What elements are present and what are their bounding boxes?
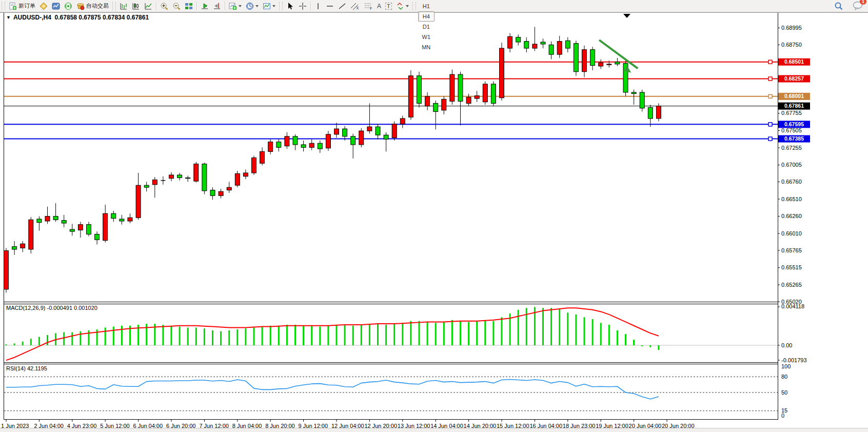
- candlestick-icon: [132, 2, 140, 10]
- time-label: 5 Jun 12:00: [100, 423, 130, 428]
- candle: [194, 164, 199, 182]
- candlestick-mode-button[interactable]: [130, 1, 142, 12]
- macd-histogram-bar: [303, 326, 304, 345]
- new-order-button[interactable]: 新订单: [7, 1, 37, 12]
- price-badge-label: 0.67385: [784, 135, 804, 142]
- time-label: 20 Jun 20:00: [662, 423, 695, 428]
- candle: [293, 136, 298, 145]
- cursor-tool-button[interactable]: [284, 1, 297, 12]
- candle: [648, 107, 653, 118]
- level-handle[interactable]: [768, 77, 772, 81]
- macd-histogram-bar: [460, 321, 461, 345]
- macd-histogram-bar: [327, 326, 329, 345]
- toolbar-grip[interactable]: [279, 2, 283, 10]
- toolbar-grip[interactable]: [2, 2, 5, 10]
- time-label: 7 Jun 12:00: [199, 423, 229, 428]
- macd-histogram-bar: [47, 335, 48, 345]
- price-badge-label: 0.67595: [784, 121, 804, 127]
- chart-shift-button[interactable]: [211, 1, 223, 12]
- chat-icon: [853, 5, 863, 11]
- svg-text:F: F: [370, 7, 372, 10]
- macd-histogram-bar: [658, 345, 659, 350]
- periods-button[interactable]: [244, 1, 261, 12]
- candle: [417, 76, 422, 104]
- macd-histogram-bar: [286, 325, 288, 345]
- chart-canvas[interactable]: 0.689950.687500.677550.675050.672550.670…: [0, 12, 868, 428]
- auto-scroll-button[interactable]: [199, 1, 211, 12]
- collapse-triangle-icon[interactable]: ▼: [6, 15, 11, 20]
- timeframe-h1[interactable]: H1: [418, 1, 435, 11]
- level-handle[interactable]: [768, 94, 772, 98]
- rsi-tick-label: 0: [781, 413, 784, 419]
- metaeditor-button[interactable]: [37, 1, 50, 12]
- text-tool-button[interactable]: A: [375, 1, 383, 12]
- level-handle[interactable]: [768, 137, 772, 141]
- svg-text:E: E: [357, 6, 359, 10]
- price-tick-label: 0.67755: [781, 110, 802, 116]
- macd-histogram-bar: [361, 325, 362, 345]
- metaeditor-icon: [40, 2, 48, 10]
- vertical-line-tool-button[interactable]: [312, 1, 324, 12]
- macd-histogram-bar: [278, 326, 280, 345]
- zoom-in-button[interactable]: [158, 1, 170, 12]
- timeframe-h4[interactable]: H4: [418, 11, 435, 22]
- toolbar-grip[interactable]: [412, 2, 416, 10]
- toolbar-grip[interactable]: [112, 2, 116, 10]
- level-handle[interactable]: [768, 123, 772, 126]
- price-tick-label: 0.65515: [781, 264, 802, 270]
- candle: [12, 247, 17, 249]
- macd-histogram-bar: [71, 332, 73, 345]
- market-watch-button[interactable]: [50, 1, 62, 12]
- chat-button[interactable]: 1: [853, 1, 863, 11]
- templates-button[interactable]: [261, 1, 278, 12]
- crosshair-tool-button[interactable]: [297, 1, 309, 12]
- zoom-out-button[interactable]: [170, 1, 183, 12]
- macd-histogram-bar: [641, 345, 643, 346]
- candle: [260, 151, 265, 163]
- auto-trading-button[interactable]: 自动交易: [74, 1, 111, 12]
- tile-windows-button[interactable]: [183, 1, 195, 12]
- mt4-window: 新订单: [0, 0, 868, 432]
- macd-histogram-bar: [336, 325, 338, 345]
- candle: [87, 225, 91, 234]
- macd-histogram-bar: [443, 322, 445, 345]
- timeframe-w1[interactable]: W1: [418, 32, 435, 42]
- fibonacci-tool-button[interactable]: F: [362, 1, 375, 12]
- macd-histogram-bar: [113, 327, 114, 345]
- price-tick-label: 0.66010: [781, 230, 802, 237]
- candle: [4, 251, 9, 289]
- toolbar-separator: [310, 2, 311, 10]
- text-label-tool-button[interactable]: T: [383, 1, 394, 12]
- candle: [491, 84, 496, 104]
- candle: [458, 74, 463, 101]
- level-handle[interactable]: [768, 60, 772, 64]
- macd-histogram-bar: [352, 326, 354, 345]
- zoom-out-icon: [172, 2, 181, 10]
- macd-tick-label: 0.004118: [781, 303, 804, 309]
- timeframe-mn[interactable]: MN: [418, 42, 435, 52]
- macd-histogram-bar: [38, 337, 40, 345]
- candle: [433, 103, 438, 111]
- price-tick-label: 0.65765: [781, 247, 802, 253]
- time-label: 20 Jun 04:00: [629, 423, 662, 428]
- candle: [243, 173, 248, 176]
- bar-chart-mode-button[interactable]: [117, 1, 130, 12]
- candle: [565, 41, 570, 48]
- line-chart-mode-button[interactable]: [142, 1, 154, 12]
- dropdown-caret: [255, 5, 259, 7]
- macd-histogram-bar: [492, 321, 494, 345]
- arrows-tool-button[interactable]: [394, 1, 411, 12]
- candle: [45, 217, 50, 221]
- candle: [334, 129, 339, 134]
- trendline-tool-button[interactable]: [336, 1, 348, 12]
- timeframe-d1[interactable]: D1: [418, 22, 435, 32]
- candle: [21, 244, 25, 248]
- indicators-button[interactable]: [227, 1, 244, 12]
- signals-button[interactable]: [62, 1, 74, 12]
- horizontal-line-tool-button[interactable]: [324, 1, 336, 12]
- candle: [277, 142, 281, 148]
- candle: [574, 44, 578, 72]
- search-button[interactable]: [832, 1, 845, 12]
- candle: [309, 143, 314, 147]
- equidistant-channel-tool-button[interactable]: E: [348, 1, 362, 12]
